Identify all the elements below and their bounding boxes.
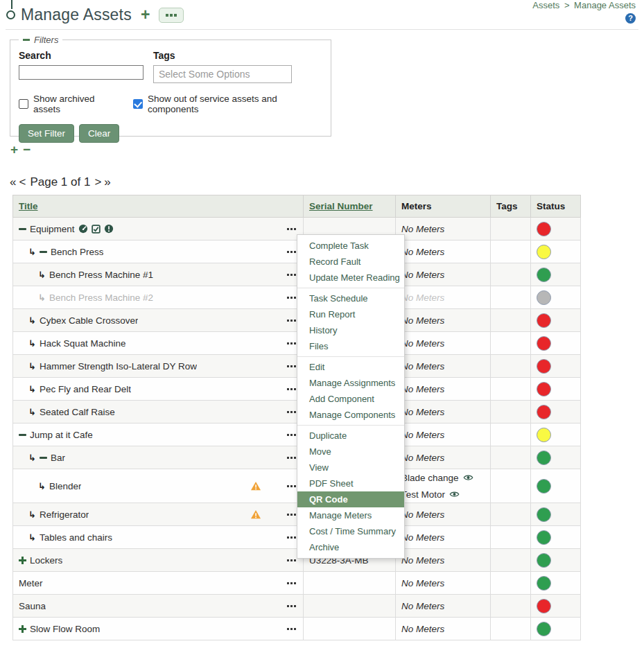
row-actions-button[interactable] xyxy=(286,271,297,279)
sort-serial-number-link[interactable]: Serial Number xyxy=(309,201,373,211)
collapse-node-icon[interactable] xyxy=(40,251,47,253)
row-actions-button[interactable] xyxy=(286,511,297,518)
menu-item-files[interactable]: Files xyxy=(297,338,404,354)
menu-item-manage-components[interactable]: Manage Components xyxy=(297,407,404,423)
last-page-button[interactable]: » xyxy=(104,175,110,189)
row-actions-button[interactable] xyxy=(286,482,297,490)
row-actions-button[interactable] xyxy=(286,534,297,541)
breadcrumb-link-manage-assets[interactable]: Manage Assets xyxy=(574,0,636,10)
filters-panel: Filters Search Tags Show archived assets… xyxy=(10,35,331,137)
row-actions-button[interactable] xyxy=(286,317,297,324)
tags-cell xyxy=(491,218,531,241)
collapse-node-icon[interactable] xyxy=(19,434,26,436)
expand-node-icon[interactable] xyxy=(19,625,26,633)
row-actions-button[interactable] xyxy=(286,625,297,633)
expand-node-icon[interactable] xyxy=(19,557,26,564)
menu-item-task-schedule[interactable]: Task Schedule xyxy=(297,290,404,306)
status-cell xyxy=(531,549,581,572)
next-page-button[interactable]: > xyxy=(94,175,101,189)
add-asset-button[interactable]: + xyxy=(141,7,150,23)
row-actions-button[interactable] xyxy=(286,340,297,347)
menu-item-run-report[interactable]: Run Report xyxy=(297,306,404,322)
menu-item-manage-assignments[interactable]: Manage Assignments xyxy=(297,375,404,391)
serial-cell xyxy=(304,595,396,618)
menu-item-view[interactable]: View xyxy=(297,460,404,475)
asset-title: Tables and chairs xyxy=(40,532,112,543)
header-divider xyxy=(6,29,638,30)
search-input[interactable] xyxy=(19,65,143,80)
menu-item-pdf-sheet[interactable]: PDF Sheet xyxy=(297,475,404,491)
collapse-filters-icon[interactable] xyxy=(23,39,30,41)
menu-item-complete-task[interactable]: Complete Task xyxy=(297,238,404,254)
column-header-status: Status xyxy=(531,195,581,218)
child-arrow-icon: ↳ xyxy=(28,453,36,463)
breadcrumb-separator: > xyxy=(564,0,570,10)
menu-item-update-meter-reading[interactable]: Update Meter Reading xyxy=(297,270,404,286)
row-actions-button[interactable] xyxy=(286,579,297,587)
row-actions-button[interactable] xyxy=(286,454,297,462)
tags-cell xyxy=(491,618,531,640)
row-actions-button[interactable] xyxy=(286,431,297,439)
row-actions-button[interactable] xyxy=(286,557,297,564)
show-out-of-service-checkbox[interactable]: Show out of service assets and component… xyxy=(133,94,322,114)
column-header-meters: Meters xyxy=(396,195,491,218)
eye-icon[interactable] xyxy=(463,474,473,481)
status-red-indicator xyxy=(537,313,551,328)
first-page-button[interactable]: « xyxy=(10,175,16,189)
asset-row: SaunaNo Meters xyxy=(13,595,581,618)
no-meters-label: No Meters xyxy=(401,315,444,326)
status-red-indicator xyxy=(537,599,551,613)
row-actions-button[interactable] xyxy=(286,602,297,610)
eye-icon[interactable] xyxy=(449,491,460,498)
child-arrow-icon: ↳ xyxy=(28,338,36,349)
prev-page-button[interactable]: < xyxy=(19,175,26,189)
menu-item-move[interactable]: Move xyxy=(297,444,404,460)
child-arrow-icon: ↳ xyxy=(28,407,36,417)
filter-checkboxes: Show archived assets Show out of service… xyxy=(19,94,322,114)
menu-item-add-component[interactable]: Add Component xyxy=(297,391,404,407)
row-actions-button[interactable] xyxy=(286,225,297,233)
row-actions-button[interactable] xyxy=(286,363,297,370)
row-actions-button[interactable] xyxy=(286,248,297,256)
breadcrumb-link-assets[interactable]: Assets xyxy=(532,0,559,10)
expand-all-button[interactable]: + xyxy=(10,143,18,156)
menu-item-history[interactable]: History xyxy=(297,322,404,338)
status-green-indicator xyxy=(537,553,551,568)
checkbox-unchecked-icon[interactable] xyxy=(19,99,28,109)
collapse-all-button[interactable]: − xyxy=(23,143,31,156)
menu-item-archive[interactable]: Archive xyxy=(297,539,404,555)
row-actions-button[interactable] xyxy=(286,408,297,416)
row-actions-button[interactable] xyxy=(286,294,297,302)
collapse-node-icon[interactable] xyxy=(40,457,47,459)
show-archived-checkbox[interactable]: Show archived assets xyxy=(19,94,120,114)
tags-cell xyxy=(491,446,531,469)
clear-button[interactable]: Clear xyxy=(79,124,119,143)
menu-divider xyxy=(297,425,404,426)
menu-item-qr-code[interactable]: QR Code xyxy=(297,491,404,507)
menu-item-record-fault[interactable]: Record Fault xyxy=(297,254,404,270)
menu-item-edit[interactable]: Edit xyxy=(297,359,404,375)
meters-cell: No Meters xyxy=(396,378,491,401)
set-filter-button[interactable]: Set Filter xyxy=(19,124,74,143)
title-cell-content: Slow Flow Room xyxy=(19,618,297,640)
page: Assets > Manage Assets ? Manage Assets +… xyxy=(0,0,644,655)
tree-controls: + − xyxy=(10,143,31,156)
collapse-node-icon[interactable] xyxy=(19,228,26,230)
row-actions-button[interactable] xyxy=(286,385,297,393)
asset-title: Pec Fly and Rear Delt xyxy=(40,384,131,394)
show-archived-label: Show archived assets xyxy=(33,94,120,114)
checkbox-checked-icon[interactable] xyxy=(133,99,143,109)
meters-cell: No Meters xyxy=(396,241,491,263)
status-cell xyxy=(531,503,581,526)
menu-item-manage-meters[interactable]: Manage Meters xyxy=(297,507,404,523)
tags-input[interactable] xyxy=(153,65,292,83)
sort-title-link[interactable]: Title xyxy=(19,201,38,211)
menu-divider xyxy=(297,356,404,357)
meters-cell: No Meters xyxy=(396,309,491,332)
status-cell xyxy=(531,309,581,332)
menu-item-cost-time-summary[interactable]: Cost / Time Summary xyxy=(297,523,404,539)
help-icon[interactable]: ? xyxy=(625,13,636,24)
search-field: Search xyxy=(19,50,143,83)
page-actions-button[interactable] xyxy=(159,8,184,23)
menu-item-duplicate[interactable]: Duplicate xyxy=(297,428,404,444)
